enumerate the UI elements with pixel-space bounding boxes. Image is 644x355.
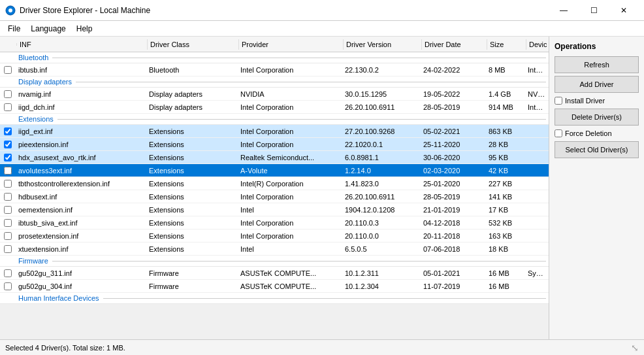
row-check[interactable] [0,205,16,214]
col-size[interactable]: Size [487,39,526,50]
row-provider: Intel Corporation [238,231,342,241]
row-size: 17 KB [486,205,525,214]
row-check[interactable] [0,127,16,136]
row-size: 914 MB [486,103,525,112]
minimize-button[interactable]: — [549,0,579,21]
row-provider: ASUSTeK COMPUTE... [238,269,342,278]
row-size: 863 KB [486,127,525,136]
status-text: Selected 4 Driver(s). Total size: 1 MB. [5,344,125,352]
select-old-button[interactable]: Select Old Driver(s) [555,141,639,158]
table-row[interactable]: pieextension.inf Extensions Intel Corpor… [0,138,549,151]
row-provider: Intel Corporation [238,218,342,228]
col-device[interactable]: Device Name [526,39,547,50]
row-check[interactable] [0,179,16,188]
row-class: Extensions [146,127,238,136]
table-row[interactable]: prosetextension.inf Extensions Intel Cor… [0,229,549,243]
row-inf: tbthostcontrollerextension.inf [16,179,146,188]
menu-language[interactable]: Language [25,23,71,35]
menu-file[interactable]: File [3,23,25,35]
row-provider: Realtek Semiconduct... [238,153,342,162]
row-check[interactable] [0,65,16,75]
table-row[interactable]: xtuextension.inf Extensions Intel 6.5.0.… [0,243,549,256]
row-check[interactable] [0,140,16,149]
table-row[interactable]: avolutess3ext.inf Extensions A-Volute 1.… [0,164,549,177]
table-row[interactable]: gu502gu_304.inf Firmware ASUSTeK COMPUTE… [0,280,549,293]
table-body[interactable]: Bluetooth ibtusb.inf Bluetooth Intel Cor… [0,52,549,339]
row-version: 6.5.0.5 [342,245,421,254]
app-icon [5,5,16,16]
row-device [525,235,549,237]
row-check[interactable] [0,282,16,291]
add-driver-button[interactable]: Add Driver [555,76,639,93]
table-row[interactable]: ibtusb_siva_ext.inf Extensions Intel Cor… [0,216,549,229]
table-row[interactable]: oemextension.inf Extensions Intel 1904.1… [0,203,549,216]
table-row[interactable]: hdx_asusext_avo_rtk.inf Extensions Realt… [0,151,549,164]
row-inf: ibtusb.inf [16,65,146,75]
category-extensions: Extensions [0,114,549,125]
row-size: 16 MB [486,282,525,291]
col-date[interactable]: Driver Date [422,39,487,50]
row-date: 28-05-2019 [421,103,486,112]
table-row[interactable]: nvamig.inf Display adapters NVIDIA 30.0.… [0,88,549,101]
refresh-button[interactable]: Refresh [555,56,639,73]
row-date: 25-01-2020 [421,179,486,188]
row-version: 20.110.0.0 [342,231,421,241]
category-line [103,298,547,299]
close-button[interactable]: ✕ [609,0,639,21]
row-size: 1.4 GB [486,90,525,99]
row-version: 30.0.15.1295 [342,90,421,99]
row-class: Extensions [146,166,238,175]
row-inf: iigd_ext.inf [16,127,146,136]
force-deletion-checkbox[interactable] [555,129,562,137]
row-check[interactable] [0,103,16,112]
delete-drivers-button[interactable]: Delete Driver(s) [555,109,639,126]
row-inf: gu502gu_311.inf [16,269,146,278]
col-version[interactable]: Driver Version [344,39,422,50]
table-row[interactable]: iigd_dch.inf Display adapters Intel Corp… [0,101,549,114]
install-driver-label: Install Driver [565,97,605,105]
row-version: 10.1.2.304 [342,282,421,291]
row-device [525,209,549,211]
maximize-button[interactable]: ☐ [579,0,609,21]
table-row[interactable]: ibtusb.inf Bluetooth Intel Corporation 2… [0,63,549,76]
row-check[interactable] [0,218,16,228]
row-version: 26.20.100.6911 [342,192,421,201]
row-provider: Intel [238,205,342,214]
table-row[interactable]: tbthostcontrollerextension.inf Extension… [0,177,549,190]
main-content: INF Driver Class Provider Driver Version… [0,37,644,339]
col-inf[interactable]: INF [17,39,148,50]
row-provider: Intel(R) Corporation [238,179,342,188]
category-line [52,58,546,58]
window-controls: — ☐ ✕ [549,0,639,21]
row-check[interactable] [0,166,16,175]
row-provider: Intel Corporation [238,192,342,201]
table-row[interactable]: hdbusext.inf Extensions Intel Corporatio… [0,190,549,203]
row-inf: avolutess3ext.inf [16,166,146,175]
resize-grip: ⤡ [631,343,639,353]
row-check[interactable] [0,90,16,99]
col-driver-class[interactable]: Driver Class [148,39,239,50]
row-date: 20-11-2018 [421,231,486,241]
row-check[interactable] [0,269,16,278]
menu-bar: File Language Help [0,21,644,37]
row-class: Extensions [146,231,238,241]
window-title: Driver Store Explorer - Local Machine [20,6,549,15]
row-check[interactable] [0,231,16,241]
row-check[interactable] [0,153,16,162]
row-size: 95 KB [486,153,525,162]
table-row[interactable]: iigd_ext.inf Extensions Intel Corporatio… [0,125,549,138]
row-class: Display adapters [146,103,238,112]
row-check[interactable] [0,245,16,254]
row-date: 05-02-2021 [421,127,486,136]
row-size: 42 KB [486,166,525,175]
row-check[interactable] [0,192,16,201]
row-provider: ASUSTeK COMPUTE... [238,282,342,291]
category-firmware: Firmware [0,256,549,267]
row-date: 02-03-2020 [421,166,486,175]
menu-help[interactable]: Help [71,23,98,35]
row-size: 16 MB [486,269,525,278]
table-row[interactable]: gu502gu_311.inf Firmware ASUSTeK COMPUTE… [0,267,549,280]
col-provider[interactable]: Provider [239,39,344,50]
row-device [525,196,549,197]
install-driver-checkbox[interactable] [555,97,562,105]
